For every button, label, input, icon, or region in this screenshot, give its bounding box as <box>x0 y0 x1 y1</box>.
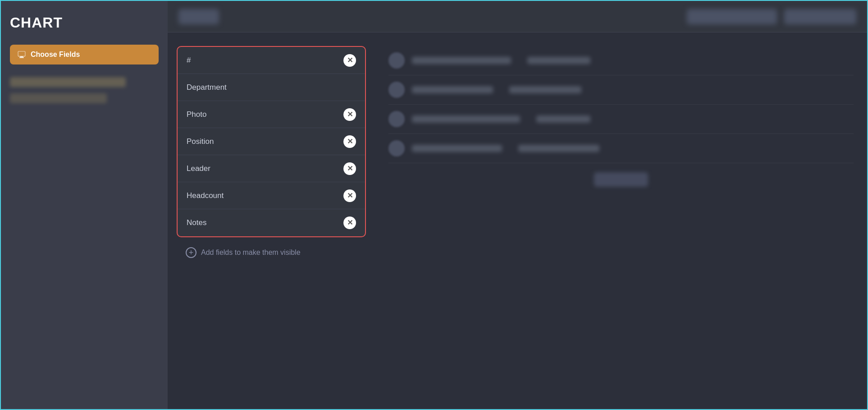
sidebar-blurred-item-2 <box>10 93 107 103</box>
remove-notes-button[interactable]: ✕ <box>343 217 356 229</box>
right-panel <box>375 41 867 409</box>
sidebar: CHART Choose Fields <box>1 1 168 409</box>
svg-rect-2 <box>19 57 24 58</box>
field-row-headcount: Headcount ✕ <box>178 182 365 209</box>
fields-list: # ✕ Department Photo ✕ Position ✕ <box>177 46 366 237</box>
toolbar <box>168 1 867 32</box>
blurred-row-4 <box>388 134 854 163</box>
choose-fields-button[interactable]: Choose Fields <box>10 45 159 64</box>
field-label-hash: # <box>187 56 191 65</box>
field-label-leader: Leader <box>187 164 210 173</box>
remove-leader-button[interactable]: ✕ <box>343 162 356 175</box>
blurred-text-3 <box>412 115 520 123</box>
monitor-icon <box>17 50 26 59</box>
avatar-3 <box>388 111 405 127</box>
blurred-text-4b <box>518 145 599 152</box>
toolbar-button-right[interactable] <box>784 9 856 24</box>
blurred-text-1 <box>412 57 511 64</box>
add-fields-row[interactable]: + Add fields to make them visible <box>177 237 366 268</box>
blurred-row-2 <box>388 75 854 105</box>
blurred-text-2b <box>509 86 581 93</box>
field-row-hash: # ✕ <box>178 47 365 74</box>
toolbar-button-1[interactable] <box>178 9 219 24</box>
field-placeholder-department <box>343 81 356 94</box>
remove-photo-button[interactable]: ✕ <box>343 108 356 121</box>
blurred-text-1b <box>527 57 590 64</box>
field-row-position: Position ✕ <box>178 128 365 155</box>
field-label-notes: Notes <box>187 218 206 227</box>
field-row-photo: Photo ✕ <box>178 101 365 128</box>
content-area: # ✕ Department Photo ✕ Position ✕ <box>168 32 867 409</box>
fields-panel: # ✕ Department Photo ✕ Position ✕ <box>168 41 375 409</box>
blurred-row-1 <box>388 46 854 75</box>
avatar-1 <box>388 52 405 69</box>
field-label-photo: Photo <box>187 110 206 119</box>
blurred-text-2 <box>412 86 493 93</box>
avatar-2 <box>388 82 405 98</box>
add-fields-icon: + <box>186 247 196 258</box>
field-label-headcount: Headcount <box>187 191 224 200</box>
field-row-department: Department <box>178 74 365 101</box>
blurred-row-3 <box>388 105 854 134</box>
svg-rect-3 <box>18 51 25 56</box>
blurred-bottom-button[interactable] <box>594 172 648 187</box>
sidebar-blurred-item-1 <box>10 77 126 87</box>
app-title: CHART <box>10 14 159 31</box>
toolbar-button-group <box>687 9 777 24</box>
main-content: # ✕ Department Photo ✕ Position ✕ <box>168 1 867 409</box>
remove-position-button[interactable]: ✕ <box>343 135 356 148</box>
field-label-position: Position <box>187 137 214 146</box>
svg-rect-1 <box>20 56 23 57</box>
add-fields-label: Add fields to make them visible <box>201 249 301 257</box>
field-row-leader: Leader ✕ <box>178 155 365 182</box>
remove-headcount-button[interactable]: ✕ <box>343 189 356 202</box>
blurred-text-4 <box>412 145 502 152</box>
field-row-notes: Notes ✕ <box>178 209 365 236</box>
avatar-4 <box>388 140 405 157</box>
field-label-department: Department <box>187 83 227 92</box>
choose-fields-label: Choose Fields <box>31 51 80 59</box>
remove-hash-button[interactable]: ✕ <box>343 54 356 67</box>
blurred-text-3b <box>536 115 590 123</box>
